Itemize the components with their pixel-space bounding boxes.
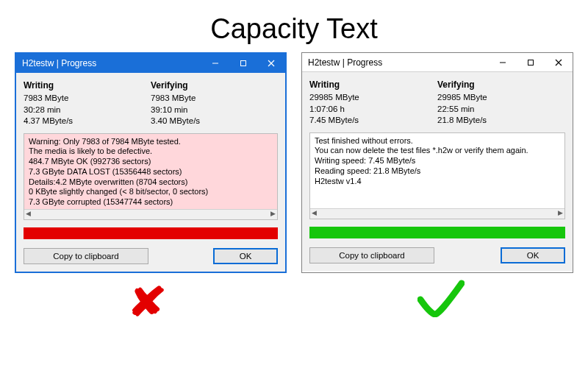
log-content: Warning: Only 7983 of 7984 MByte tested.… (24, 134, 277, 219)
window-title: H2testw | Progress (22, 58, 96, 68)
scrollbar-horizontal[interactable]: ◀ ▶ (24, 209, 277, 219)
log-line: H2testw v1.4 (315, 177, 560, 187)
titlebar[interactable]: H2testw | Progress (16, 54, 285, 73)
close-button[interactable] (257, 54, 285, 73)
verifying-stats: Verifying 7983 MByte 39:10 min 3.40 MByt… (151, 77, 278, 129)
writing-time: 30:28 min (24, 105, 151, 116)
scrollbar-horizontal[interactable]: ◀ ▶ (310, 208, 564, 219)
stats-row: Writing 7983 MByte 30:28 min 4.37 MByte/… (24, 77, 278, 129)
button-row: Copy to clipboard OK (24, 248, 278, 264)
verifying-time: 22:55 min (437, 104, 565, 116)
maximize-button[interactable] (517, 53, 545, 71)
comparison-panes: H2testw | Progress Writing 7983 MByte 30… (0, 52, 588, 273)
writing-stats: Writing 7983 MByte 30:28 min 4.37 MByte/… (24, 77, 151, 129)
log-textarea[interactable]: Test finished without errors.You can now… (309, 132, 565, 219)
scroll-right-icon[interactable]: ▶ (558, 209, 563, 217)
dialog-pass: H2testw | Progress Writing 29985 MByte 1… (301, 52, 573, 273)
copy-to-clipboard-button[interactable]: Copy to clipboard (24, 248, 148, 264)
log-line: 0 KByte slightly changed (< 8 bit/sector… (29, 187, 273, 197)
verifying-stats: Verifying 29985 MByte 22:55 min 21.8 MBy… (437, 77, 565, 128)
ok-button[interactable]: OK (213, 248, 278, 264)
verifying-time: 39:10 min (151, 105, 278, 116)
writing-size: 29985 MByte (309, 92, 437, 104)
progress-bar (24, 227, 278, 239)
minimize-button[interactable] (201, 54, 229, 73)
log-line: Details:4.2 MByte overwritten (8704 sect… (29, 177, 273, 188)
cross-icon: ✘ (0, 279, 310, 325)
check-icon (305, 279, 577, 325)
titlebar[interactable]: H2testw | Progress (302, 53, 573, 72)
progress-bar (309, 227, 565, 238)
scroll-left-icon[interactable]: ◀ (312, 209, 317, 217)
page-title: Capacity Text (0, 0, 588, 52)
writing-stats: Writing 29985 MByte 1:07:06 h 7.45 MByte… (309, 77, 437, 128)
button-row: Copy to clipboard OK (309, 247, 565, 263)
scroll-left-icon[interactable]: ◀ (26, 210, 31, 218)
maximize-button[interactable] (229, 54, 257, 73)
log-line: Warning: Only 7983 of 7984 MByte tested. (29, 137, 273, 147)
log-line: Writing speed: 7.45 MByte/s (315, 156, 560, 166)
window-controls (201, 54, 285, 73)
window-title: H2testw | Progress (308, 57, 382, 68)
log-line: Test finished without errors. (315, 136, 560, 146)
log-line: You can now delete the test files *.h2w … (315, 146, 560, 156)
log-content: Test finished without errors.You can now… (310, 133, 564, 219)
scroll-right-icon[interactable]: ▶ (270, 210, 276, 218)
copy-to-clipboard-button[interactable]: Copy to clipboard (309, 247, 434, 263)
svg-rect-5 (528, 60, 534, 65)
verifying-label: Verifying (151, 80, 278, 91)
verifying-speed: 21.8 MByte/s (437, 115, 565, 127)
writing-speed: 7.45 MByte/s (309, 115, 437, 127)
close-button[interactable] (545, 53, 573, 71)
log-line: 7.3 GByte DATA LOST (15356448 sectors) (29, 167, 273, 177)
minimize-button[interactable] (489, 53, 517, 71)
log-textarea[interactable]: Warning: Only 7983 of 7984 MByte tested.… (24, 133, 278, 220)
writing-size: 7983 MByte (24, 93, 151, 105)
verifying-size: 29985 MByte (437, 92, 565, 104)
verifying-label: Verifying (437, 79, 565, 90)
stats-row: Writing 29985 MByte 1:07:06 h 7.45 MByte… (309, 77, 565, 128)
ok-button[interactable]: OK (501, 247, 565, 263)
writing-speed: 4.37 MByte/s (24, 116, 151, 127)
log-line: Reading speed: 21.8 MByte/s (315, 166, 560, 177)
window-controls (489, 53, 573, 71)
log-line: 484.7 MByte OK (992736 sectors) (29, 157, 273, 167)
verifying-speed: 3.40 MByte/s (151, 116, 278, 127)
writing-time: 1:07:06 h (309, 104, 437, 116)
writing-label: Writing (309, 79, 437, 90)
writing-label: Writing (24, 80, 151, 91)
window-body: Writing 29985 MByte 1:07:06 h 7.45 MByte… (302, 72, 573, 271)
svg-rect-1 (241, 61, 246, 66)
log-line: The media is likely to be defective. (29, 146, 273, 157)
dialog-fail: H2testw | Progress Writing 7983 MByte 30… (15, 52, 287, 273)
log-line: 7.3 GByte corrupted (15347744 sectors) (29, 197, 273, 208)
window-body: Writing 7983 MByte 30:28 min 4.37 MByte/… (16, 73, 285, 272)
verifying-size: 7983 MByte (151, 93, 278, 105)
result-marks: ✘ (0, 279, 588, 325)
